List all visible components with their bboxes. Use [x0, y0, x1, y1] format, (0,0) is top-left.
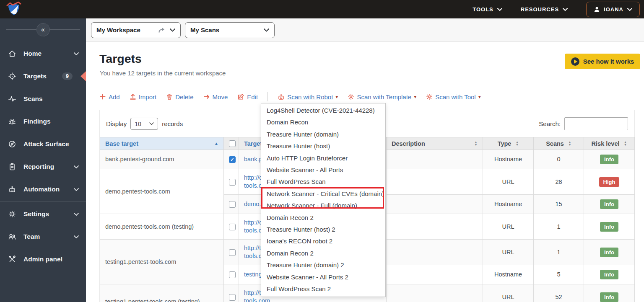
scan-with-robot-dropdown[interactable]: Scan with Robot — [278, 93, 338, 101]
column-header-description[interactable]: Description — [387, 137, 483, 150]
column-header-scans[interactable]: Scans — [534, 137, 584, 150]
caret-down-icon — [335, 94, 338, 100]
sidebar-item-automation[interactable]: Automation — [0, 178, 86, 201]
sidebar-item-label: Automation — [23, 186, 60, 193]
sidebar-item-label: Scans — [23, 95, 43, 103]
scans-count-cell: 15 — [534, 195, 584, 214]
scans-count-cell: 1 — [534, 240, 584, 265]
type-cell: Hostname — [483, 150, 534, 169]
description-cell — [387, 214, 483, 240]
sidebar-item-attack-surface[interactable]: Attack Surface — [0, 133, 86, 155]
row-checkbox-cell — [224, 265, 239, 284]
table-search: Search: — [539, 117, 628, 130]
risk-badge: Info — [600, 270, 618, 279]
sidebar-item-scans[interactable]: Scans — [0, 88, 86, 110]
chevron-down-icon — [627, 8, 632, 11]
scans-selector[interactable]: My Scans — [185, 22, 275, 38]
plus-icon — [99, 93, 106, 100]
scans-count-cell: 5 — [534, 265, 584, 284]
tools-menu[interactable]: TOOLS — [473, 6, 502, 13]
play-icon — [571, 57, 579, 66]
row-checkbox[interactable] — [229, 249, 236, 256]
menu-item-highlighted[interactable]: Network Scanner - Critical CVEs (domain) — [261, 188, 385, 200]
column-header-base-target[interactable]: Base target — [100, 137, 224, 150]
menu-item[interactable]: Website Scanner - All Ports — [261, 164, 385, 176]
search-input[interactable] — [564, 117, 628, 130]
topbar-menu: TOOLS RESOURCES IOANA — [473, 2, 644, 17]
sidebar-item-settings[interactable]: Settings — [0, 203, 86, 225]
scan-with-tool-dropdown[interactable]: Scan with Tool — [426, 93, 480, 101]
move-targets-button[interactable]: Move — [203, 93, 228, 101]
menu-item[interactable]: Auto HTTP Login Bruteforcer — [261, 152, 385, 164]
sidebar-item-label: Home — [23, 50, 42, 57]
base-target-cell: demo.pentest-tools.com (testing) — [100, 214, 224, 240]
column-header-type[interactable]: Type — [483, 137, 534, 150]
workspace-bar: My Workspace My Scans — [86, 18, 644, 42]
sidebar-collapse-button[interactable] — [36, 23, 50, 36]
type-cell: URL — [483, 214, 534, 240]
menu-item[interactable]: Full WordPress Scan 2 — [261, 283, 385, 295]
risk-badge: Info — [600, 292, 618, 302]
sidebar-item-findings[interactable]: Findings — [0, 110, 86, 133]
sidebar-item-reporting[interactable]: Reporting — [0, 155, 86, 178]
people-icon — [8, 232, 16, 241]
edit-pencil-icon — [237, 93, 244, 100]
row-checkbox[interactable] — [229, 294, 236, 301]
scans-count-cell: 1 — [534, 214, 584, 240]
risk-level-cell: Info — [584, 150, 635, 169]
row-checkbox[interactable] — [229, 271, 236, 278]
page-size-select[interactable]: 10 — [130, 118, 158, 130]
row-checkbox[interactable] — [229, 156, 236, 163]
risk-level-cell: Info — [584, 265, 635, 284]
user-account-button[interactable]: IOANA — [586, 2, 640, 17]
sidebar-item-team[interactable]: Team — [0, 225, 86, 248]
menu-item[interactable]: Domain Recon 2 — [261, 248, 385, 259]
sidebar-item-targets[interactable]: Targets 9 — [0, 65, 86, 88]
page-title: Targets — [99, 52, 142, 66]
sidebar-item-admin-panel[interactable]: Admin panel — [0, 248, 86, 271]
base-target-cell: testing1.pentest-tools.com (testing) — [100, 284, 224, 302]
row-checkbox[interactable] — [229, 179, 236, 186]
brand-logo[interactable] — [0, 0, 86, 18]
menu-item[interactable]: Treasure Hunter (domain) — [261, 129, 385, 140]
risk-level-cell: Info — [584, 284, 635, 302]
row-checkbox[interactable] — [229, 201, 236, 208]
resources-menu[interactable]: RESOURCES — [521, 6, 568, 13]
chevron-down-icon — [74, 213, 79, 216]
menu-item[interactable]: Treasure Hunter (host) 2 — [261, 224, 385, 235]
bug-icon — [8, 117, 16, 126]
sidebar-divider — [0, 201, 86, 202]
menu-item[interactable]: Full WordPress Scan — [261, 176, 385, 188]
menu-item[interactable]: Ioana's RECON robot 2 — [261, 235, 385, 247]
risk-badge: Info — [600, 222, 618, 232]
column-header-risk-level[interactable]: Risk level — [584, 137, 635, 150]
row-checkbox[interactable] — [229, 224, 236, 230]
chevron-down-icon — [149, 122, 154, 125]
chevron-down-icon — [170, 28, 175, 32]
risk-badge: Info — [600, 155, 618, 164]
clipboard-icon — [8, 163, 16, 171]
import-targets-button[interactable]: Import — [130, 93, 157, 101]
workspace-selector[interactable]: My Workspace — [91, 22, 181, 38]
select-all-checkbox-header[interactable] — [224, 137, 239, 150]
menu-item[interactable]: Treasure Hunter (domain) 2 — [261, 259, 385, 271]
menu-item[interactable]: Treasure Hunter (host) — [261, 140, 385, 152]
see-how-it-works-button[interactable]: See how it works — [565, 54, 640, 69]
delete-targets-button[interactable]: Delete — [166, 93, 193, 101]
menu-item[interactable]: Website Scanner - All Ports 2 — [261, 271, 385, 283]
sort-ascending-icon — [214, 141, 218, 146]
menu-item[interactable]: Domain Recon 2 — [261, 212, 385, 224]
menu-item[interactable]: Log4Shell Detector (CVE-2021-44228) — [261, 105, 385, 116]
sidebar: Home Targets 9 Scans Findings Attack Sur… — [0, 18, 86, 302]
scan-with-template-dropdown[interactable]: Scan with Template — [348, 93, 416, 101]
scan-with-robot-menu: Log4Shell Detector (CVE-2021-44228) Doma… — [261, 103, 386, 297]
sidebar-item-home[interactable]: Home — [0, 42, 86, 65]
select-all-checkbox[interactable] — [229, 140, 236, 147]
target-crosshair-icon — [8, 72, 16, 80]
edit-target-button[interactable]: Edit — [237, 93, 258, 101]
chevron-down-icon — [74, 52, 79, 55]
description-cell — [387, 169, 483, 195]
add-target-button[interactable]: Add — [99, 93, 120, 101]
menu-item-highlighted[interactable]: Network Scanner - Full (domain) — [261, 200, 385, 212]
menu-item[interactable]: Domain Recon — [261, 116, 385, 128]
